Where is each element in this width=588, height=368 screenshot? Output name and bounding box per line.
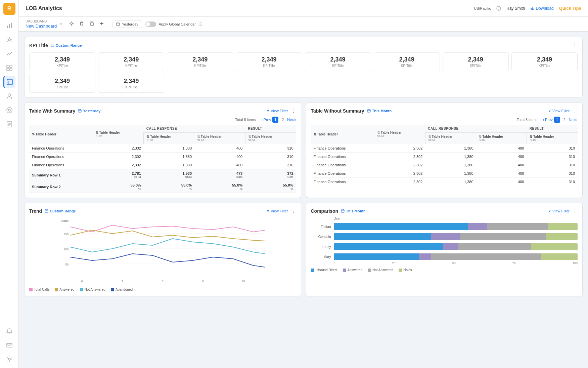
col2-header-1[interactable]: ⇅ Table Header bbox=[311, 125, 375, 144]
table-with-summary-date[interactable]: Yesterday bbox=[78, 109, 100, 113]
app-logo: R bbox=[3, 3, 15, 15]
table-without-summary-menu[interactable]: ⋮ bbox=[572, 108, 578, 114]
trend-menu[interactable]: ⋮ bbox=[291, 208, 296, 214]
page-2-button[interactable]: 2 bbox=[280, 117, 286, 123]
kpi-value-1: 2,349 bbox=[32, 56, 92, 63]
col2-header-4[interactable]: ⇅ Table Header SUM bbox=[476, 133, 527, 144]
svg-rect-33 bbox=[51, 44, 54, 47]
svg-text:8: 8 bbox=[162, 280, 164, 283]
comparison-card-header: Comparison This Month ∨ View Filter ⋮ bbox=[311, 208, 578, 214]
svg-rect-24 bbox=[91, 23, 93, 26]
tables-row: Table With Summary Yesterday ∨ View Filt… bbox=[24, 103, 583, 198]
table-without-summary-table: ⇅ Table Header ⇅ Table Header SUM CALL R… bbox=[311, 125, 578, 186]
comparison-bars: Tristan Geraldin bbox=[311, 223, 578, 260]
table-with-summary-pagination: ‹ Prev 1 2 Next› bbox=[261, 117, 296, 123]
kpi-item-3: 2,349KPITitle bbox=[167, 52, 233, 71]
download-icon bbox=[530, 6, 534, 10]
trend-date-picker[interactable]: Custom Range bbox=[45, 209, 76, 213]
svg-text:Sum: Sum bbox=[61, 219, 67, 222]
svg-text:?: ? bbox=[498, 7, 500, 10]
sidebar-icon-trend[interactable] bbox=[3, 48, 15, 60]
sidebar-icon-gear[interactable] bbox=[3, 34, 15, 46]
col2-group-result: RESULT bbox=[527, 125, 578, 133]
dashboard-content: KPI Title Custom Range ⋮ 2,349KPITitle 2… bbox=[19, 32, 588, 368]
dashboard-dropdown-arrow[interactable]: ▾ bbox=[60, 22, 62, 26]
table-with-summary-view-filter[interactable]: ∨ View Filter bbox=[267, 109, 288, 113]
sidebar-icon-reports[interactable] bbox=[3, 118, 15, 130]
table-with-summary-menu[interactable]: ⋮ bbox=[291, 108, 296, 114]
summary-row-2: Summary Row 2 55.0%% 55.0%% 55.0%% 55.0%… bbox=[29, 181, 296, 193]
dashboard-name[interactable]: New Dashboard bbox=[26, 24, 57, 29]
date-picker-button[interactable]: Yesterday bbox=[112, 21, 142, 28]
sidebar-icon-user[interactable] bbox=[3, 90, 15, 102]
comparison-title: Comparison This Month bbox=[311, 208, 366, 214]
sidebar-icon-chart[interactable] bbox=[3, 19, 15, 32]
table-row: Finance Operations2,3021,380400310 bbox=[311, 178, 578, 186]
page-1-button-2[interactable]: 1 bbox=[554, 117, 560, 123]
sidebar-icon-circle-settings[interactable] bbox=[3, 104, 15, 116]
breadcrumb-label: DASHBOARD bbox=[26, 19, 57, 24]
svg-rect-0 bbox=[7, 26, 8, 28]
page-2-button-2[interactable]: 2 bbox=[561, 117, 568, 123]
col-header-5[interactable]: ⇅ Table Header SUM bbox=[245, 133, 296, 144]
svg-rect-37 bbox=[78, 110, 81, 112]
col-header-4[interactable]: ⇅ Table Header SUM bbox=[194, 133, 245, 144]
prev-page-button[interactable]: ‹ Prev bbox=[261, 118, 271, 122]
legend-not-answered-comp: Not Answered bbox=[368, 268, 393, 272]
svg-rect-4 bbox=[7, 65, 9, 68]
kpi-item-10: 2,349KPITitle bbox=[98, 74, 164, 93]
table-without-summary-date[interactable]: This Month bbox=[367, 109, 392, 113]
trend-legend: Total Calls Answered Not Answered A bbox=[29, 288, 296, 291]
header-actions: US/Pacific ? Ray Smith Download Quick Ti… bbox=[474, 6, 581, 11]
kpi-date-picker[interactable]: Custom Range bbox=[51, 43, 82, 47]
toolbar-separator bbox=[109, 21, 109, 28]
comparison-date-picker[interactable]: This Month bbox=[341, 209, 366, 213]
global-calendar-label: Apply Global Calendar bbox=[159, 22, 196, 26]
kpi-item-1: 2,349KPITitle bbox=[29, 52, 95, 71]
sidebar-icon-analytics[interactable] bbox=[3, 76, 15, 88]
next-page-button-2[interactable]: Next› bbox=[569, 118, 578, 122]
toggle-switch[interactable] bbox=[145, 22, 156, 27]
col-header-3[interactable]: ⇅ Table Header SUM bbox=[144, 133, 194, 144]
trend-card-header: Trend Custom Range ∨ View Filter ⋮ bbox=[29, 208, 296, 214]
sidebar-icon-mail[interactable] bbox=[3, 339, 15, 351]
col-header-2[interactable]: ⇅ Table Header SUM bbox=[93, 125, 144, 144]
copy-button[interactable] bbox=[88, 20, 95, 28]
sidebar-icon-settings-bottom[interactable] bbox=[3, 353, 15, 365]
svg-text:6: 6 bbox=[81, 280, 83, 283]
col2-header-5[interactable]: ⇅ Table Header SUM bbox=[527, 133, 578, 144]
col-header-1[interactable]: ⇅ Table Header bbox=[29, 125, 93, 144]
trend-chart-area: 200 150 100 50 Sum 6 7 8 bbox=[29, 217, 296, 291]
kpi-item-7: 2,349KPITitle bbox=[443, 52, 509, 71]
table-without-summary-pagination: ‹ Prev 1 2 Next› bbox=[543, 117, 578, 123]
kpi-menu-button[interactable]: ⋮ bbox=[572, 42, 578, 48]
delete-button[interactable] bbox=[78, 20, 85, 28]
quicktips-button[interactable]: Quick Tips bbox=[559, 6, 581, 11]
calendar-icon bbox=[116, 22, 120, 26]
col2-header-2[interactable]: ⇅ Table Header SUM bbox=[374, 125, 425, 144]
comparison-menu[interactable]: ⋮ bbox=[572, 208, 578, 214]
settings-button[interactable] bbox=[68, 20, 75, 28]
date-label: Yesterday bbox=[122, 22, 138, 26]
page-1-button[interactable]: 1 bbox=[272, 117, 278, 123]
col2-header-3[interactable]: ⇅ Table Header SUM bbox=[425, 133, 476, 144]
help-icon[interactable]: ? bbox=[496, 6, 501, 11]
trend-view-filter[interactable]: ∨ View Filter bbox=[267, 209, 288, 213]
download-button[interactable]: Download bbox=[530, 6, 553, 11]
comparison-legend: Inbound Direct Answered Not Answered bbox=[311, 268, 578, 272]
table-row: Finance Operations 2,302 1,380 400 310 bbox=[29, 161, 296, 169]
kpi-grid-row1: 2,349KPITitle 2,349KPITitle 2,349KPITitl… bbox=[29, 52, 578, 71]
timezone-label: US/Pacific bbox=[474, 6, 491, 10]
table-row: Finance Operations2,3021,380400310 bbox=[311, 169, 578, 178]
table-without-summary-view-filter[interactable]: ∨ View Filter bbox=[548, 109, 570, 113]
charts-row: Trend Custom Range ∨ View Filter ⋮ bbox=[24, 203, 583, 296]
prev-page-button-2[interactable]: ‹ Prev bbox=[543, 118, 552, 122]
global-calendar-toggle[interactable]: Apply Global Calendar i bbox=[145, 22, 202, 27]
sidebar-icon-bell[interactable] bbox=[3, 325, 15, 337]
sidebar-icon-layout[interactable] bbox=[3, 62, 15, 74]
next-page-button[interactable]: Next› bbox=[287, 118, 296, 122]
comparison-view-filter[interactable]: ∨ View Filter bbox=[548, 209, 570, 213]
kpi-item-6: 2,349KPITitle bbox=[374, 52, 440, 71]
svg-rect-2 bbox=[11, 23, 12, 28]
add-button[interactable] bbox=[98, 20, 105, 28]
